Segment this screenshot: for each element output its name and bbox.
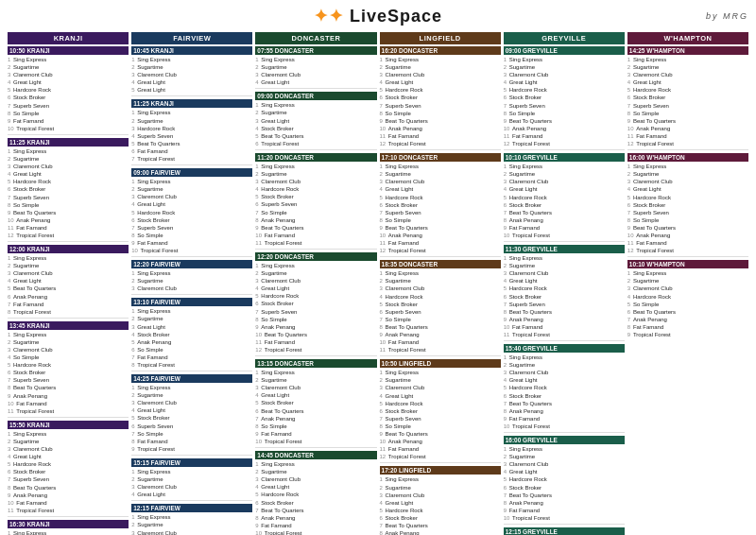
route-item: 7 Superb Seven: [8, 475, 129, 483]
route-item: 10 Anak Penang: [380, 232, 501, 239]
route-item: 7 Superb Seven: [504, 301, 625, 308]
section-divider: [8, 241, 129, 242]
section-divider: [380, 149, 501, 150]
route-item: 3 Claremont Club: [255, 475, 376, 483]
route-item: 9 Fat Famand: [255, 522, 376, 529]
route-item: 1 Sing Express: [8, 430, 129, 438]
route-item: 9 Beat To Quarters: [255, 224, 376, 232]
route-item: 6 Stock Broker: [8, 185, 129, 193]
route-item: 7 Superb Seven: [504, 102, 625, 110]
time-label-4-4: 16:00 GREYVILLE: [504, 436, 625, 444]
route-item: 5 Hardcore Rock: [255, 491, 376, 498]
route-item: 8 Anak Penang: [380, 529, 501, 535]
section-divider: [380, 462, 501, 463]
section-divider: [504, 149, 625, 150]
route-item: 2 Sugartime: [8, 338, 129, 346]
route-item: 5 Hardcore Rock: [504, 86, 625, 94]
route-item: 3 Claremont Club: [255, 71, 376, 78]
route-item: 3 Claremont Club: [8, 346, 129, 354]
route-item: 6 Stock Broker: [504, 201, 625, 209]
route-item: 5 Beat To Quarters: [131, 140, 252, 147]
route-item: 4 Hardcore Rock: [255, 185, 376, 193]
section-divider: [8, 318, 129, 319]
route-item: 1 Sing Express: [627, 269, 748, 277]
section-divider: [131, 95, 252, 96]
route-item: 4 So Simple: [8, 354, 129, 361]
route-list-0-2: 1 Sing Express2 Sugartime3 Claremont Clu…: [8, 254, 129, 316]
section-divider: [131, 294, 252, 295]
time-block-0-3: 13:45 KRANJI1 Sing Express2 Sugartime3 C…: [8, 321, 129, 418]
route-item: 2 Sugartime: [504, 262, 625, 269]
route-item: 4 Great Light: [131, 491, 252, 498]
route-item: 2 Sugartime: [504, 361, 625, 369]
route-item: 8 Fat Famand: [627, 323, 748, 331]
route-item: 4 Hardcore Rock: [627, 293, 748, 301]
time-label-3-4: 17:20 LINGFIELD: [380, 466, 501, 475]
route-item: 7 Fat Famand: [131, 354, 252, 361]
time-label-4-0: 09:00 GREYVILLE: [504, 46, 625, 55]
column-header-2: DONCASTER: [255, 32, 376, 44]
route-item: 6 Stock Broker: [8, 94, 129, 101]
route-item: 5 Hardcore Rock: [504, 285, 625, 292]
route-item: 2 Sugartime: [380, 63, 501, 71]
route-item: 6 Stock Broker: [380, 94, 501, 101]
route-item: 10 Tropical Forest: [131, 247, 252, 254]
route-item: 2 Sugartime: [8, 438, 129, 445]
time-label-0-2: 12:00 KRANJI: [8, 245, 129, 253]
time-block-1-7: 12:15 FAIRVIEW1 Sing Express2 Sugartime3…: [131, 504, 252, 535]
route-item: 2 Sugartime: [627, 63, 748, 71]
route-item: 5 Hardcore Rock: [8, 361, 129, 369]
route-item: 8 So Simple: [380, 110, 501, 117]
route-item: 7 So Simple: [131, 430, 252, 438]
route-item: 1 Sing Express: [255, 460, 376, 468]
section-divider: [8, 134, 129, 135]
time-label-1-6: 15:15 FAIRVIEW: [131, 458, 252, 467]
route-item: 5 Stock Broker: [255, 399, 376, 406]
route-item: 8 Anak Penang: [255, 514, 376, 522]
route-item: 7 Superb Seven: [627, 209, 748, 216]
route-item: 5 Hardcore Rock: [504, 475, 625, 483]
route-list-0-5: 1 Sing Express2 Sugartime3 Claremont Clu…: [8, 529, 129, 535]
route-item: 2 Sugartime: [504, 170, 625, 178]
section-divider: [8, 417, 129, 418]
route-item: 9 Fat Famand: [504, 224, 625, 232]
time-label-5-2: 10:10 W'HAMPTON: [627, 260, 748, 268]
route-list-2-1: 1 Sing Express2 Sugartime3 Great Light4 …: [255, 101, 376, 147]
route-list-1-4: 1 Sing Express2 Sugartime3 Great Light4 …: [131, 307, 252, 369]
route-item: 3 Claremont Club: [380, 178, 501, 185]
route-item: 9 Beat To Quarters: [380, 117, 501, 125]
time-block-1-6: 15:15 FAIRVIEW1 Sing Express2 Sugartime3…: [131, 458, 252, 501]
section-divider: [380, 256, 501, 257]
route-list-0-1: 1 Sing Express2 Sugartime3 Claremont Clu…: [8, 147, 129, 239]
route-item: 3 Claremont Club: [627, 71, 748, 78]
route-item: 11 Tropical Forest: [8, 407, 129, 415]
route-item: 5 Anak Penang: [131, 338, 252, 346]
route-item: 10 Fat Famand: [8, 400, 129, 407]
route-item: 9 Fat Famand: [504, 507, 625, 514]
section-divider: [627, 256, 748, 257]
route-item: 4 Great Light: [627, 78, 748, 86]
route-item: 3 Great Light: [131, 323, 252, 331]
route-item: 8 So Simple: [504, 110, 625, 117]
route-item: 6 Beat To Quarters: [255, 407, 376, 415]
section-divider: [8, 516, 129, 517]
time-block-1-2: 09:00 FAIRVIEW1 Sing Express2 Sugartime3…: [131, 168, 252, 257]
route-item: 11 Tropical Forest: [255, 239, 376, 247]
route-item: 2 Sugartime: [627, 170, 748, 178]
route-item: 1 Sing Express: [380, 56, 501, 63]
time-block-0-1: 11:25 KRANJI1 Sing Express2 Sugartime3 C…: [8, 138, 129, 242]
route-item: 5 Hardcore Rock: [131, 209, 252, 216]
route-item: 8 So Simple: [380, 216, 501, 224]
route-item: 6 Beat To Quarters: [627, 308, 748, 316]
route-item: 12 Tropical Forest: [380, 247, 501, 254]
route-item: 1 Sing Express: [627, 56, 748, 63]
route-item: 3 Claremont Club: [504, 178, 625, 185]
route-item: 5 Hardcore Rock: [8, 178, 129, 185]
route-item: 8 Fat Famand: [131, 438, 252, 445]
route-item: 3 Claremont Club: [380, 384, 501, 391]
time-label-1-1: 11:25 KRANJI: [131, 99, 252, 108]
time-block-5-2: 10:10 W'HAMPTON1 Sing Express2 Sugartime…: [627, 260, 748, 338]
section-divider: [255, 249, 376, 250]
time-block-4-3: 15:40 GREYVILLE1 Sing Express2 Sugartime…: [504, 344, 625, 433]
time-block-1-3: 12:20 FAIRVIEW1 Sing Express2 Sugartime3…: [131, 260, 252, 295]
